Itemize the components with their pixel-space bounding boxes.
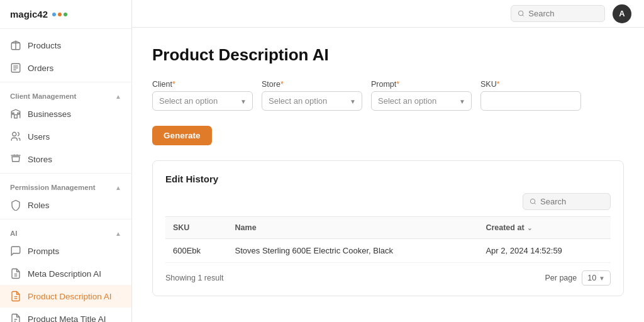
- prompt-select-wrapper: Select an option ▼: [371, 91, 472, 111]
- sidebar-item-prompts-label: Prompts: [28, 247, 59, 256]
- section-ai-label: AI: [10, 230, 18, 237]
- sidebar-item-stores[interactable]: Stores: [0, 148, 131, 170]
- per-page-chevron: ▼: [599, 275, 605, 282]
- table-showing: Showing 1 result: [165, 274, 223, 282]
- table-toolbar: [165, 193, 611, 210]
- sidebar-item-product-meta-title-ai-label: Product Meta Title AI: [28, 314, 106, 323]
- search-input[interactable]: [528, 9, 598, 18]
- box-icon: [10, 40, 21, 51]
- edit-history-table: SKU Name Created at ⌄ 600Ebk Stoves Ster…: [165, 216, 611, 263]
- sidebar-item-product-description-ai[interactable]: Product Description AI: [0, 285, 131, 308]
- generate-button[interactable]: Generate: [152, 126, 212, 145]
- businesses-icon: [10, 108, 21, 119]
- sidebar-item-meta-description-ai-label: Meta Description AI: [28, 269, 101, 279]
- sidebar-item-businesses[interactable]: Businesses: [0, 103, 131, 125]
- product-meta-icon: [10, 313, 21, 322]
- store-label: Store*: [262, 80, 362, 89]
- users-icon: [10, 131, 21, 142]
- sidebar-item-product-description-ai-label: Product Description AI: [28, 292, 112, 301]
- table-search[interactable]: [523, 193, 611, 210]
- col-created-sort[interactable]: Created at ⌄: [486, 223, 603, 232]
- store-select-wrapper: Select an option ▼: [262, 91, 362, 111]
- table-header-row: SKU Name Created at ⌄: [165, 217, 611, 239]
- section-ai[interactable]: AI ▲: [0, 222, 131, 240]
- sidebar-item-users-label: Users: [28, 132, 50, 142]
- sidebar-item-product-meta-title-ai[interactable]: Product Meta Title AI: [0, 308, 131, 322]
- roles-icon: [10, 199, 21, 211]
- svg-line-17: [523, 15, 524, 16]
- col-header-sku: SKU: [165, 217, 228, 239]
- per-page-label: Per page: [545, 274, 577, 282]
- cell-sku: 600Ebk: [165, 239, 228, 263]
- sort-icon: ⌄: [527, 225, 532, 231]
- per-page-value: 10: [587, 274, 596, 282]
- svg-line-19: [535, 203, 536, 204]
- product-desc-icon: [10, 291, 21, 302]
- edit-history-card: Edit History SKU Name Created at ⌄: [152, 160, 624, 296]
- svg-rect-7: [13, 113, 14, 114]
- sidebar-item-products-label: Products: [28, 41, 61, 50]
- prompt-form-group: Prompt* Select an option ▼: [371, 80, 472, 111]
- sidebar-item-products[interactable]: Products: [0, 34, 131, 57]
- logo: magic42: [0, 0, 131, 29]
- sidebar-item-businesses-label: Businesses: [28, 109, 71, 119]
- sidebar-item-prompts[interactable]: Prompts: [0, 240, 131, 262]
- client-select[interactable]: Select an option: [152, 91, 253, 111]
- topbar: A: [132, 0, 644, 28]
- avatar: A: [613, 4, 631, 23]
- section-client-management-label: Client Management: [10, 92, 76, 100]
- sidebar-item-roles-label: Roles: [28, 201, 50, 210]
- main: A Product Description AI Client* Select …: [132, 0, 644, 322]
- sidebar-item-orders[interactable]: Orders: [0, 57, 131, 79]
- form-row: Client* Select an option ▼ Store* Select…: [152, 80, 624, 111]
- prompts-icon: [10, 245, 21, 257]
- per-page-wrapper: Per page 10 ▼: [545, 270, 611, 286]
- svg-point-18: [530, 199, 535, 203]
- client-select-wrapper: Select an option ▼: [152, 91, 253, 111]
- logo-dots: [52, 13, 67, 16]
- table-body: 600Ebk Stoves Sterling 600E Electric Coo…: [165, 239, 611, 263]
- stores-icon: [10, 153, 21, 165]
- table-search-icon: [530, 197, 536, 206]
- chevron-up-icon-3: ▲: [115, 230, 121, 237]
- chevron-up-icon-2: ▲: [115, 184, 121, 191]
- chevron-up-icon: ▲: [115, 93, 121, 100]
- sidebar-item-stores-label: Stores: [28, 155, 52, 164]
- sidebar: magic42 Products Orders Client Managemen…: [0, 0, 132, 322]
- orders-icon: [10, 62, 21, 74]
- section-permission-management[interactable]: Permission Management ▲: [0, 176, 131, 194]
- sidebar-nav: Products Orders Client Management ▲ Busi…: [0, 29, 131, 322]
- col-header-created-at[interactable]: Created at ⌄: [478, 217, 611, 239]
- sku-input[interactable]: [480, 91, 581, 111]
- store-form-group: Store* Select an option ▼: [262, 80, 362, 111]
- sku-label: SKU*: [480, 80, 581, 89]
- sku-form-group: SKU*: [480, 80, 581, 111]
- page-title: Product Description AI: [152, 45, 624, 65]
- meta-desc-icon: [10, 268, 21, 279]
- section-client-management[interactable]: Client Management ▲: [0, 85, 131, 103]
- svg-rect-6: [14, 115, 18, 118]
- section-permission-management-label: Permission Management: [10, 184, 95, 191]
- logo-text: magic42: [10, 9, 48, 19]
- table-search-input[interactable]: [540, 197, 604, 206]
- cell-name: Stoves Sterling 600E Electric Cooker, Bl…: [228, 239, 479, 263]
- cell-created-at: Apr 2, 2024 14:52:59: [478, 239, 611, 263]
- prompt-label: Prompt*: [371, 80, 472, 89]
- client-form-group: Client* Select an option ▼: [152, 80, 253, 111]
- store-select[interactable]: Select an option: [262, 91, 362, 111]
- svg-point-9: [13, 132, 16, 136]
- table-footer: Showing 1 result Per page 10 ▼: [165, 270, 611, 286]
- per-page-select[interactable]: 10 ▼: [582, 270, 611, 286]
- table-row: 600Ebk Stoves Sterling 600E Electric Coo…: [165, 239, 611, 263]
- topbar-search[interactable]: [511, 5, 605, 22]
- sidebar-item-roles[interactable]: Roles: [0, 194, 131, 216]
- sidebar-item-meta-description-ai[interactable]: Meta Description AI: [0, 262, 131, 285]
- sidebar-item-orders-label: Orders: [28, 64, 53, 73]
- svg-point-16: [518, 11, 523, 16]
- prompt-select[interactable]: Select an option: [371, 91, 472, 111]
- edit-history-title: Edit History: [165, 174, 611, 184]
- content: Product Description AI Client* Select an…: [132, 28, 644, 322]
- sidebar-item-users[interactable]: Users: [0, 125, 131, 148]
- svg-rect-8: [18, 113, 19, 114]
- search-icon: [518, 9, 525, 18]
